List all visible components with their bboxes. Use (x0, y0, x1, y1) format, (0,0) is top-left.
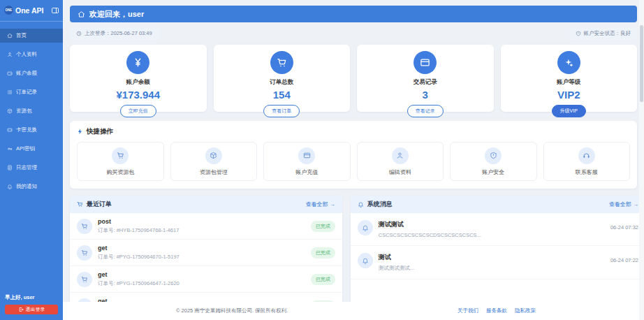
sidebar-item-profile[interactable]: 个人资料 (0, 48, 63, 61)
orders-view-all-link[interactable]: 查看全部 → (306, 201, 335, 208)
sidebar-item-home[interactable]: 首页 (0, 29, 63, 43)
messages-view-all-link[interactable]: 查看全部 → (609, 201, 638, 208)
logout-label: 退出登录 (26, 306, 45, 313)
cart-icon (77, 245, 92, 261)
order-row[interactable]: get 订单号: #PYG-1750964670-1-5197 已完成 (70, 240, 342, 266)
recent-orders-title: 最近订单 (77, 200, 112, 209)
bell-icon (358, 253, 373, 268)
security-status-text: 账户安全状态：良好 (584, 30, 631, 37)
footer-link-privacy[interactable]: 隐私政策 (515, 307, 536, 314)
stat-label: 交易记录 (357, 78, 494, 87)
sidebar-item-label: 我的通知 (16, 183, 37, 190)
view-records-button[interactable]: 查看记录 (407, 105, 444, 117)
qa-edit-profile[interactable]: 编辑资料 (357, 142, 444, 181)
status-badge: 已完成 (311, 274, 335, 285)
sidebar-item-label: API密钥 (16, 145, 35, 152)
message-row[interactable]: 测试测试 CSCSCSCSCSCSCSCDSCSCSCSCSCS... 06-2… (351, 213, 644, 246)
bell-icon (7, 184, 13, 189)
sparkle-icon (557, 51, 580, 74)
stat-card-transactions: 交易记录 3 查看记录 (357, 45, 494, 112)
cart-icon (77, 272, 92, 287)
message-row[interactable]: 测试 测试测试测试... 06-24 07:22 (351, 246, 644, 279)
message-time: 06-24 07:32 (610, 220, 638, 231)
recharge-now-button[interactable]: 立即充值 (120, 105, 156, 117)
quick-actions-panel: 快捷操作 购买资源包 资源包管理 账户充值 编辑资料 账户安全 (70, 121, 637, 189)
package-icon (7, 108, 13, 114)
quick-actions-grid: 购买资源包 资源包管理 账户充值 编辑资料 账户安全 联系客服 (77, 142, 630, 181)
sidebar-item-label: 个人资料 (16, 51, 37, 58)
order-row[interactable]: get 订单号: #PYG-1750964647-1-2620 已完成 (70, 266, 342, 293)
scrollbar-thumb[interactable] (640, 25, 643, 102)
status-badge: 已完成 (311, 247, 335, 259)
sidebar-item-balance[interactable]: 账户余额 (0, 66, 63, 80)
sidebar-item-label: 日志管理 (16, 164, 37, 171)
stat-value: VIP2 (501, 89, 638, 101)
headset-icon (578, 147, 595, 164)
sidebar-item-packages[interactable]: 资源包 (0, 104, 63, 118)
qa-account-security[interactable]: 账户安全 (450, 142, 537, 181)
app-logo: ONE One API (0, 0, 63, 22)
order-row[interactable]: post 订单号: #HYB-1750964768-1-4617 已完成 (70, 213, 342, 240)
copyright-text: © 2025 南宁史莱姆科技有限公司. 保留所有权利. (176, 307, 288, 314)
quick-actions-title: 快捷操作 (77, 127, 630, 136)
wallet-icon (7, 71, 13, 76)
last-login-badge: 上次登录：2025-06-27 03:49 (70, 27, 159, 40)
clock-icon (76, 31, 82, 36)
footer-links: 关于我们 服务条款 隐私政策 (458, 307, 536, 314)
scrollbar[interactable] (639, 0, 644, 320)
logout-button[interactable]: 退出登录 (5, 305, 58, 314)
sidebar-item-label: 账户余额 (16, 70, 37, 77)
sidebar-item-notifications[interactable]: 我的通知 (0, 180, 63, 194)
key-icon (7, 146, 13, 152)
info-row: 上次登录：2025-06-27 03:49 账户安全状态：良好 (70, 27, 637, 40)
stat-label: 账户等级 (501, 78, 638, 87)
bell-icon (358, 220, 373, 235)
sidebar-item-label: 资源包 (16, 108, 32, 115)
sidebar-menu: 首页 个人资料 账户余额 订单记录 资源包 卡密兑换 API密钥 日志管理 (0, 29, 63, 194)
stats-row: 账户余额 ¥173.944 立即充值 订单总数 154 查看订单 交易记录 3 … (70, 45, 637, 112)
cart-icon (77, 219, 92, 234)
user-icon (392, 147, 409, 164)
qa-manage-packages[interactable]: 资源包管理 (170, 142, 258, 181)
bolt-icon (77, 129, 83, 135)
sidebar-item-label: 订单记录 (16, 89, 37, 96)
sidebar: ONE One API 首页 个人资料 账户余额 订单记录 资源包 卡密兑换 (0, 0, 63, 320)
message-time: 06-24 07:22 (610, 253, 638, 263)
bell-icon (358, 201, 364, 208)
sidebar-item-label: 卡密兑换 (16, 126, 37, 133)
sidebar-item-orders[interactable]: 订单记录 (0, 85, 63, 99)
home-icon (7, 33, 13, 38)
stat-card-orders: 订单总数 154 查看订单 (214, 45, 351, 112)
stat-label: 订单总数 (214, 78, 351, 87)
ticket-icon (7, 127, 13, 133)
cart-icon (112, 147, 129, 164)
sidebar-item-api-keys[interactable]: API密钥 (0, 142, 63, 156)
package-icon (205, 147, 222, 164)
footer-link-about[interactable]: 关于我们 (458, 307, 478, 314)
status-badge: 已完成 (311, 221, 335, 232)
view-orders-button[interactable]: 查看订单 (263, 105, 300, 117)
stat-card-level: 账户等级 VIP2 升级VIP (501, 45, 638, 112)
qa-buy-package[interactable]: 购买资源包 (77, 142, 164, 181)
stat-card-balance: 账户余额 ¥173.944 立即充值 (70, 45, 207, 112)
footer-link-terms[interactable]: 服务条款 (486, 307, 507, 314)
logo-icon: ONE (4, 6, 13, 15)
shield-icon (485, 147, 502, 164)
sidebar-item-logs[interactable]: 日志管理 (0, 161, 63, 175)
system-messages-title: 系统消息 (358, 200, 393, 209)
welcome-banner: 欢迎回来，user (70, 6, 637, 22)
qa-contact-support[interactable]: 联系客服 (543, 142, 631, 181)
main-content: 欢迎回来，user 上次登录：2025-06-27 03:49 账户安全状态：良… (63, 0, 644, 320)
stat-value: 3 (357, 89, 494, 101)
sidebar-item-redeem[interactable]: 卡密兑换 (0, 123, 63, 137)
cart-icon (77, 201, 83, 208)
upgrade-vip-button[interactable]: 升级VIP (552, 105, 586, 117)
user-greeting: 早上好, user (5, 294, 58, 301)
card-icon (298, 147, 315, 164)
cart-icon (270, 51, 293, 74)
stat-label: 账户余额 (70, 78, 207, 87)
sidebar-collapse-icon[interactable] (51, 6, 59, 15)
app-title: One API (15, 6, 49, 15)
sidebar-item-label: 首页 (16, 32, 27, 39)
qa-recharge[interactable]: 账户充值 (263, 142, 351, 181)
